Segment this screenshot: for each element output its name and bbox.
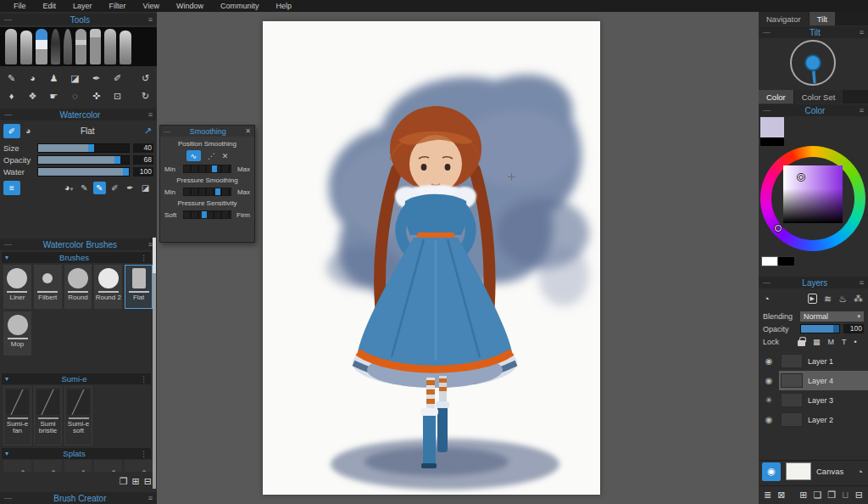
delete-layer-icon[interactable]: ⊔ xyxy=(842,490,849,501)
layer-row-1[interactable]: ◉ Layer 1 xyxy=(759,351,868,371)
secondary-color-swatch[interactable] xyxy=(760,137,784,146)
black-swatch[interactable] xyxy=(778,256,795,266)
eyedropper-tool-icon[interactable]: ✐ xyxy=(111,73,124,84)
brush-settings-icon[interactable]: ≡ xyxy=(3,181,20,195)
clear-layer-icon[interactable]: ⊠ xyxy=(777,490,785,501)
layer-opacity-value[interactable]: 100 xyxy=(843,324,864,333)
collapse-icon[interactable]: — xyxy=(763,279,771,286)
opacity-slider[interactable] xyxy=(37,155,130,165)
brush-sumi-bristle[interactable]: Sumi bristle xyxy=(34,386,62,445)
eye-icon[interactable]: ◉ xyxy=(759,376,779,385)
brush-tool-7[interactable] xyxy=(90,29,101,64)
paint-blend-mode-icon[interactable]: ✐ xyxy=(108,182,121,194)
crop-tool-icon[interactable]: ⊡ xyxy=(111,91,124,102)
brush-sumie-soft[interactable]: Sumi-e soft xyxy=(64,386,92,445)
brush-round-2[interactable]: Round 2 xyxy=(94,265,122,309)
size-slider[interactable] xyxy=(37,143,130,153)
white-swatch[interactable] xyxy=(761,256,778,266)
dotted-curve-icon[interactable]: ⋰ xyxy=(208,152,215,160)
brush-tool-4[interactable] xyxy=(51,29,60,64)
layer-state-gear-icon[interactable]: ✳ xyxy=(759,395,779,405)
add-brush-icon[interactable]: ⊞ xyxy=(132,476,140,487)
eraser-tool-icon[interactable]: ◪ xyxy=(69,73,81,84)
sv-picker-dot[interactable] xyxy=(798,174,804,181)
duplicate-layer-icon[interactable]: ❐ xyxy=(827,490,836,501)
redo-icon[interactable]: ↻ xyxy=(139,91,152,102)
erase-mode-icon[interactable]: ◪ xyxy=(139,182,152,194)
eye-icon[interactable]: ◉ xyxy=(759,356,779,366)
sumie-section-header[interactable]: ▾ Sumi-e ⋮ xyxy=(2,373,151,384)
panel-menu-icon[interactable]: ≡ xyxy=(148,494,153,502)
panel-menu-icon[interactable]: ≡ xyxy=(148,15,153,24)
section-options-icon[interactable]: ⋮ xyxy=(140,375,147,384)
blow-tool-icon[interactable]: ☛ xyxy=(47,91,60,102)
splat-brush[interactable] xyxy=(3,460,31,472)
hue-picker-dot[interactable] xyxy=(775,225,782,232)
brush-tool-1[interactable] xyxy=(5,29,17,64)
size-value[interactable]: 40 xyxy=(133,143,153,153)
splat-brush[interactable] xyxy=(34,460,62,472)
collapse-icon[interactable]: — xyxy=(763,29,771,36)
brush-library-scrollbar[interactable] xyxy=(153,238,156,489)
menu-view[interactable]: View xyxy=(135,2,168,10)
add-layer-icon[interactable]: ⊞ xyxy=(799,490,807,501)
new-layer-icon[interactable]: ❏ xyxy=(813,490,821,501)
transform-tool-icon[interactable]: ✜ xyxy=(90,91,103,102)
merge-layer-icon[interactable]: ⊟ xyxy=(855,490,863,501)
panel-menu-icon[interactable]: ≡ xyxy=(860,278,864,287)
brush-filbert[interactable]: Filbert xyxy=(34,265,62,309)
brush-tool-6[interactable] xyxy=(75,29,86,64)
dry-tool-icon[interactable]: ❖ xyxy=(26,91,39,102)
canvas-layer-row[interactable]: ◉ Canvas ◔ xyxy=(759,460,868,482)
menu-edit[interactable]: Edit xyxy=(35,2,65,10)
blow-layer-icon[interactable]: ≋ xyxy=(824,294,832,305)
play-timelapse-icon[interactable]: ▶ xyxy=(808,294,817,304)
no-smoothing-icon[interactable]: ✕ xyxy=(222,152,229,160)
stamp-tool-icon[interactable]: ♟ xyxy=(47,73,60,84)
select-tool-icon[interactable]: ◌ xyxy=(69,91,81,101)
layer-adjustments-icon[interactable]: ≣ xyxy=(764,490,771,501)
brush-sumie-fan[interactable]: Sumi-e fan xyxy=(3,386,31,445)
tilt-control[interactable] xyxy=(759,37,868,88)
layer-opacity-slider[interactable] xyxy=(800,324,840,333)
marker-tool-icon[interactable]: ✒ xyxy=(90,73,103,84)
active-brush-icon[interactable]: ✐ xyxy=(3,124,20,138)
position-smoothing-slider[interactable] xyxy=(183,165,231,173)
splat-brush[interactable] xyxy=(125,460,153,472)
layer-row-2[interactable]: ◉ Layer 2 xyxy=(759,410,868,429)
smooth-curve-icon[interactable]: ∿ xyxy=(186,150,201,161)
panel-menu-icon[interactable]: ≡ xyxy=(148,110,153,119)
blending-dropdown[interactable]: Normal ▾ xyxy=(800,311,864,322)
pressure-sensitivity-slider[interactable] xyxy=(183,210,231,219)
tab-color[interactable]: Color xyxy=(759,90,793,104)
pressure-curve-icon[interactable]: ↗ xyxy=(144,126,152,137)
section-options-icon[interactable]: ⋮ xyxy=(140,450,147,458)
liner-mode-icon[interactable]: ✒ xyxy=(124,182,136,194)
collapse-icon[interactable]: — xyxy=(763,107,771,114)
paint-mode-icon[interactable]: ✎ xyxy=(78,182,91,194)
paint-mix-mode-icon[interactable]: ✎ xyxy=(93,182,106,194)
menu-layer[interactable]: Layer xyxy=(64,2,101,10)
show-wetness-icon[interactable]: ◔ xyxy=(764,294,770,304)
menu-window[interactable]: Window xyxy=(168,2,212,10)
undo-icon[interactable]: ↺ xyxy=(139,73,152,84)
collapse-icon[interactable]: — xyxy=(4,495,12,501)
tab-tilt[interactable]: Tilt xyxy=(810,12,835,25)
brush-liner[interactable]: Liner xyxy=(3,265,31,309)
brush-round[interactable]: Round xyxy=(64,265,92,309)
remove-brush-icon[interactable]: ⊟ xyxy=(144,476,152,487)
duplicate-brush-icon[interactable]: ❐ xyxy=(120,476,128,487)
canvas-options-icon[interactable]: ◔ xyxy=(857,467,863,477)
collapse-icon[interactable]: — xyxy=(4,241,12,248)
canvas-visibility-button[interactable]: ◉ xyxy=(762,462,781,481)
water-slider[interactable] xyxy=(37,167,130,176)
paint-tool-icon[interactable]: ◕ xyxy=(26,73,39,83)
menu-community[interactable]: Community xyxy=(212,2,268,10)
splat-brush[interactable] xyxy=(64,460,92,472)
opacity-value[interactable]: 68 xyxy=(133,155,153,165)
brush-tool-2[interactable] xyxy=(20,31,32,64)
layer-row-3[interactable]: ✳ Layer 3 xyxy=(759,390,868,410)
menu-file[interactable]: File xyxy=(5,2,35,10)
brush-tool-5[interactable] xyxy=(64,29,72,64)
tab-navigator[interactable]: Navigator xyxy=(759,12,809,25)
